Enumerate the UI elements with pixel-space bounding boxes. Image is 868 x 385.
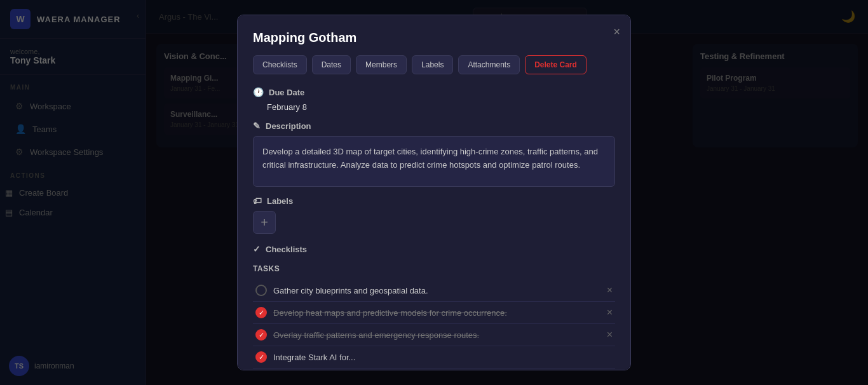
task-item-3: Overlay traffic patterns and emergency r… xyxy=(253,324,615,346)
due-date-value: February 8 xyxy=(267,102,615,112)
attachments-button[interactable]: Attachments xyxy=(458,55,520,74)
description-label: Description xyxy=(266,121,311,131)
delete-card-button[interactable]: Delete Card xyxy=(525,55,587,74)
task-text-4: Integrate Stark AI for... xyxy=(273,353,613,362)
modal-overlay: × Mapping Gotham Checklists Dates Member… xyxy=(0,0,868,385)
modal-toolbar: Checklists Dates Members Labels Attachme… xyxy=(253,55,615,74)
labels-icon: 🏷 xyxy=(253,196,262,206)
modal-title: Mapping Gotham xyxy=(253,30,615,45)
tasks-header: Tasks xyxy=(253,264,615,273)
due-date-label: Due Date xyxy=(269,88,304,97)
due-date-icon: 🕐 xyxy=(253,87,264,97)
labels-section: 🏷 Labels xyxy=(253,196,615,206)
task-checkbox-3[interactable] xyxy=(255,329,267,341)
task-checkbox-1[interactable] xyxy=(255,285,267,296)
task-item-1: Gather city blueprints and geospatial da… xyxy=(253,280,615,302)
description-section: ✎ Description xyxy=(253,121,615,131)
labels-label: Labels xyxy=(267,196,293,206)
task-text-1: Gather city blueprints and geospatial da… xyxy=(273,286,600,295)
checklists-icon: ✓ xyxy=(253,244,261,254)
checklists-button[interactable]: Checklists xyxy=(253,55,307,74)
description-text: Develop a detailed 3D map of target citi… xyxy=(253,136,615,187)
members-button[interactable]: Members xyxy=(356,55,407,74)
task-item-4: Integrate Stark AI for... xyxy=(253,346,615,368)
task-checkbox-2[interactable] xyxy=(255,307,267,318)
task-text-3: Overlay traffic patterns and emergency r… xyxy=(273,330,600,340)
modal-close-button[interactable]: × xyxy=(613,25,620,39)
task-item-2: Develop heat maps and predictive models … xyxy=(253,302,615,324)
tasks-section: Tasks Gather city blueprints and geospat… xyxy=(253,264,615,368)
task-remove-2[interactable]: × xyxy=(607,307,613,318)
description-icon: ✎ xyxy=(253,121,261,131)
task-remove-3[interactable]: × xyxy=(607,329,613,341)
labels-button[interactable]: Labels xyxy=(412,55,453,74)
modal-dialog: × Mapping Gotham Checklists Dates Member… xyxy=(237,15,631,370)
checklists-section: ✓ Checklists xyxy=(253,244,615,254)
checklists-label: Checklists xyxy=(266,245,307,254)
due-date-section: 🕐 Due Date xyxy=(253,87,615,97)
dates-button[interactable]: Dates xyxy=(312,55,351,74)
task-text-2: Develop heat maps and predictive models … xyxy=(273,308,600,318)
add-label-button[interactable]: + xyxy=(253,211,276,234)
task-checkbox-4[interactable] xyxy=(255,351,267,363)
task-remove-1[interactable]: × xyxy=(607,285,613,296)
